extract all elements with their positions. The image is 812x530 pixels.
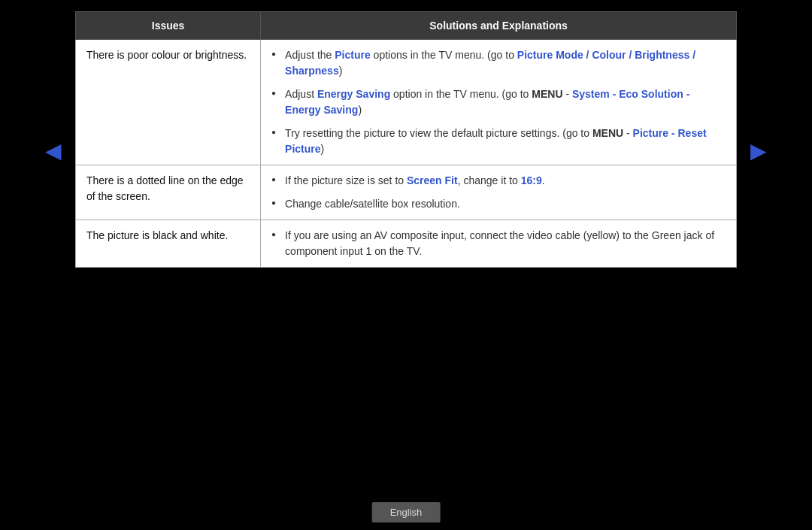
solution-item-0-2: Try resetting the picture to view the de… xyxy=(271,126,726,157)
issue-cell-1: There is a dotted line on the edge of th… xyxy=(76,165,261,220)
issue-cell-2: The picture is black and white. xyxy=(76,220,261,268)
nav-arrow-right[interactable]: ▶ xyxy=(750,138,767,163)
solution-item-0-0: Adjust the Picture options in the TV men… xyxy=(271,47,726,79)
solution-cell-2: If you are using an AV composite input, … xyxy=(261,220,737,268)
solution-item-1-0: If the picture size is set to Screen Fit… xyxy=(271,173,726,189)
nav-arrow-left[interactable]: ◀ xyxy=(45,138,62,163)
solution-cell-1: If the picture size is set to Screen Fit… xyxy=(261,165,737,220)
col-solutions-header: Solutions and Explanations xyxy=(261,12,737,40)
solution-item-0-1: Adjust Energy Saving option in the TV me… xyxy=(271,86,726,118)
solution-item-1-1: Change cable/satellite box resolution. xyxy=(271,196,726,212)
solution-item-2-0: If you are using an AV composite input, … xyxy=(271,228,726,259)
issue-cell-0: There is poor colour or brightness. xyxy=(76,40,261,165)
solution-cell-0: Adjust the Picture options in the TV men… xyxy=(261,40,737,165)
col-issues-header: Issues xyxy=(76,12,261,40)
main-content: Issues Solutions and Explanations There … xyxy=(75,11,737,268)
issues-table: Issues Solutions and Explanations There … xyxy=(75,11,737,268)
language-button[interactable]: English xyxy=(372,502,441,522)
